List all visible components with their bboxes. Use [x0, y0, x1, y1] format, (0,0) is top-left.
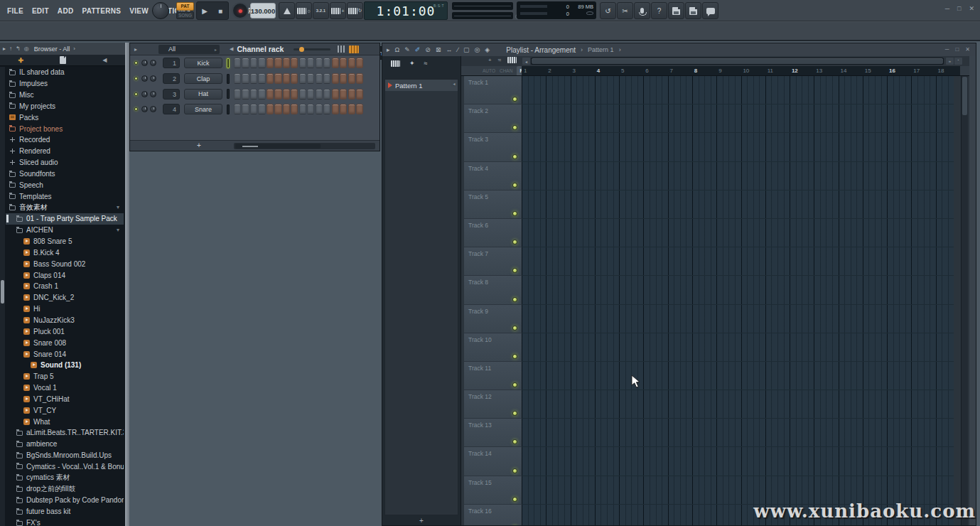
snap-magnet-icon[interactable]: Ω — [395, 46, 400, 53]
tempo-display[interactable]: 130.000 — [250, 3, 276, 18]
step-cell[interactable] — [258, 73, 265, 84]
browser-item[interactable]: NuJazzKick3 — [6, 315, 124, 326]
browser-up-icon[interactable]: ↑ — [9, 45, 12, 52]
minimize-button[interactable]: ─ — [945, 5, 949, 12]
step-cell[interactable] — [307, 104, 314, 114]
mute-tool-icon[interactable]: ⊠ — [436, 46, 441, 53]
track-header[interactable]: Track 8 — [464, 276, 522, 304]
pattern-mode-label[interactable]: PAT — [176, 2, 194, 11]
track-led[interactable] — [512, 468, 517, 473]
browser-back-icon[interactable]: ▸ — [3, 45, 6, 52]
automation-tab-icon[interactable]: ≈ — [424, 60, 428, 67]
browser-item[interactable]: BgSnds.Mnroom.Build.Ups — [6, 450, 124, 461]
browser-item[interactable]: Recorded — [6, 134, 124, 146]
channel-led[interactable] — [134, 92, 138, 96]
track-led[interactable] — [512, 183, 517, 188]
step-grid-icon[interactable] — [349, 45, 359, 53]
step-cell[interactable] — [299, 58, 306, 68]
browser-item[interactable]: Hi — [6, 304, 124, 315]
browser-item[interactable]: Dubstep Pack by Code Pandorum — [6, 495, 124, 506]
menu-item[interactable]: EDIT — [28, 7, 53, 15]
step-cell[interactable] — [274, 104, 281, 114]
track-grid[interactable] — [522, 104, 954, 133]
marker-strip[interactable] — [452, 12, 513, 20]
step-cell[interactable] — [356, 73, 363, 84]
track-led[interactable] — [512, 297, 517, 302]
browser-item[interactable]: Vocal 1 — [6, 382, 124, 394]
channel-led[interactable] — [134, 61, 138, 65]
browser-item[interactable]: B.Kick 4 — [6, 247, 124, 259]
save-new-version-button[interactable] — [685, 2, 701, 19]
step-cell[interactable] — [348, 104, 355, 114]
channel-number-display[interactable]: 4 — [163, 104, 180, 114]
help-button[interactable]: ? — [651, 2, 667, 19]
browser-item[interactable]: Project bones — [6, 123, 124, 134]
channel-number-display[interactable]: 2 — [163, 73, 180, 84]
browser-tab-speaker-icon[interactable]: ◀ — [102, 57, 107, 63]
step-cell[interactable] — [340, 104, 347, 114]
track-header[interactable]: Track 12 — [464, 390, 522, 419]
step-cell[interactable] — [348, 89, 355, 100]
track-header[interactable]: Track 6 — [464, 219, 522, 247]
track-grid[interactable] — [522, 333, 954, 362]
cut-button[interactable]: ✂ — [617, 2, 633, 19]
loop-record-button[interactable]: ↻ — [347, 2, 363, 19]
step-cell[interactable] — [316, 58, 323, 68]
step-cell[interactable] — [332, 89, 339, 100]
pat-song-switch[interactable]: PAT SONG — [176, 2, 194, 19]
metronome-button[interactable] — [279, 2, 295, 19]
pan-knob[interactable] — [141, 91, 148, 97]
step-cell[interactable] — [323, 89, 330, 100]
maximize-button[interactable]: □ — [955, 46, 959, 53]
track-led[interactable] — [512, 211, 517, 216]
browser-breadcrumb[interactable]: Browser - All — [34, 45, 70, 53]
main-volume-knob[interactable] — [152, 2, 169, 19]
browser-item[interactable]: Snare 008 — [6, 337, 124, 348]
step-cell[interactable] — [307, 58, 314, 68]
zoom-tool-icon[interactable]: ◎ — [474, 46, 480, 53]
pan-knob[interactable] — [141, 75, 148, 82]
browser-tab-file-icon[interactable] — [60, 56, 66, 64]
automation-view-icon[interactable]: ≈ — [498, 57, 501, 63]
patterns-tab-icon[interactable] — [391, 60, 400, 67]
track-led[interactable] — [512, 382, 517, 387]
blend-recording-button[interactable]: + — [330, 2, 346, 19]
track-grid[interactable] — [522, 276, 954, 304]
track-led[interactable] — [512, 326, 517, 331]
add-channel-button[interactable]: + — [197, 141, 201, 149]
step-cell[interactable] — [291, 73, 298, 84]
browser-item[interactable]: Rendered — [6, 146, 124, 157]
browser-item[interactable]: DNC_Kick_2 — [6, 292, 124, 304]
step-cell[interactable] — [332, 104, 339, 114]
browser-item[interactable]: IL shared data — [6, 67, 124, 78]
browser-item[interactable]: cymatics 素材 — [6, 472, 124, 483]
step-cell[interactable] — [356, 58, 363, 68]
track-led[interactable] — [512, 497, 517, 502]
track-led[interactable] — [512, 354, 517, 359]
browser-item[interactable]: My projects — [6, 101, 124, 112]
volume-knob[interactable] — [150, 106, 156, 112]
step-cell[interactable] — [250, 58, 257, 68]
track-grid[interactable] — [522, 219, 954, 247]
playlist-play-icon[interactable]: ▸ — [387, 46, 390, 53]
step-cell[interactable] — [242, 89, 249, 100]
channel-filter-selector[interactable]: All ▸ — [158, 45, 220, 54]
track-led[interactable] — [512, 154, 517, 159]
browser-scrollbar[interactable] — [0, 67, 5, 526]
track-grid[interactable] — [522, 190, 954, 219]
step-cell[interactable] — [323, 73, 330, 84]
step-cell[interactable] — [340, 73, 347, 84]
graph-editor-icon[interactable] — [338, 45, 345, 53]
channel-select-indicator[interactable] — [227, 58, 230, 68]
channel-select-indicator[interactable] — [227, 104, 230, 114]
browser-item[interactable]: VT_CY — [6, 404, 124, 416]
menu-item[interactable]: ADD — [53, 7, 78, 15]
tab-chan[interactable]: CHAN — [500, 68, 512, 73]
browser-item[interactable]: AICHEN — [6, 225, 124, 236]
step-cell[interactable] — [258, 58, 265, 68]
channel-button[interactable]: Hat — [184, 89, 222, 100]
scroll-up-button[interactable]: ˆ — [954, 58, 962, 65]
browser-item[interactable]: Trap 5 — [6, 371, 124, 382]
stop-button[interactable]: ■ — [212, 2, 228, 19]
track-grid[interactable] — [522, 133, 954, 161]
